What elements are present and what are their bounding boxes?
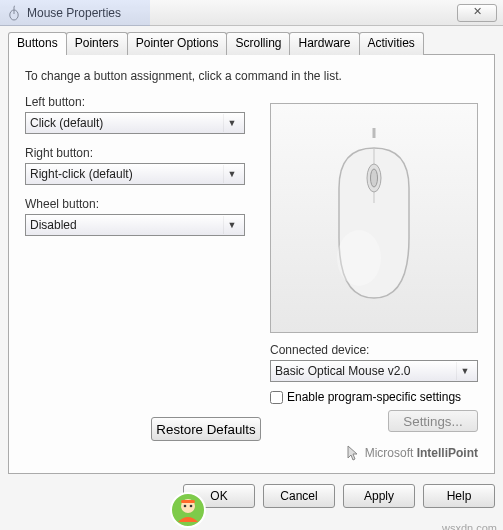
svg-point-9 [184, 505, 187, 508]
wheel-button-value: Disabled [30, 218, 223, 232]
enable-program-specific-checkbox[interactable] [270, 391, 283, 404]
mouse-preview [270, 103, 478, 333]
right-button-value: Right-click (default) [30, 167, 223, 181]
enable-program-specific-row[interactable]: Enable program-specific settings [270, 390, 478, 404]
svg-point-10 [190, 505, 193, 508]
restore-defaults-button[interactable]: Restore Defaults [151, 417, 261, 441]
right-column: Connected device: Basic Optical Mouse v2… [270, 103, 478, 432]
mouse-icon [6, 5, 22, 21]
brand-prefix: Microsoft [365, 446, 417, 460]
help-button[interactable]: Help [423, 484, 495, 508]
titlebar: Mouse Properties ✕ [0, 0, 503, 26]
connected-device-value: Basic Optical Mouse v2.0 [275, 364, 456, 378]
tab-pointer-options[interactable]: Pointer Options [127, 32, 228, 55]
right-button-dropdown[interactable]: Right-click (default) ▼ [25, 163, 245, 185]
chevron-down-icon: ▼ [223, 216, 240, 234]
chevron-down-icon: ▼ [223, 165, 240, 183]
tab-pointers[interactable]: Pointers [66, 32, 128, 55]
svg-point-4 [371, 169, 378, 187]
tab-strip: Buttons Pointers Pointer Options Scrolli… [8, 32, 495, 55]
cursor-icon [346, 445, 360, 461]
left-button-label: Left button: [25, 95, 245, 109]
connected-device-dropdown[interactable]: Basic Optical Mouse v2.0 ▼ [270, 360, 478, 382]
right-button-label: Right button: [25, 146, 245, 160]
left-button-value: Click (default) [30, 116, 223, 130]
left-column: Left button: Click (default) ▼ Right but… [25, 95, 245, 248]
apply-button[interactable]: Apply [343, 484, 415, 508]
tab-scrolling[interactable]: Scrolling [226, 32, 290, 55]
settings-button: Settings... [388, 410, 478, 432]
window-title: Mouse Properties [27, 6, 121, 20]
brand-footer: Microsoft IntelliPoint [346, 445, 478, 461]
avatar-badge [170, 492, 206, 528]
tab-hardware[interactable]: Hardware [289, 32, 359, 55]
mouse-image [314, 128, 434, 308]
brand-text: Microsoft IntelliPoint [365, 446, 478, 460]
enable-program-specific-label: Enable program-specific settings [287, 390, 461, 404]
svg-point-5 [337, 230, 381, 286]
brand-strong: IntelliPoint [417, 446, 478, 460]
chevron-down-icon: ▼ [223, 114, 240, 132]
wheel-button-label: Wheel button: [25, 197, 245, 211]
connected-device-label: Connected device: [270, 343, 478, 357]
dialog-body: Buttons Pointers Pointer Options Scrolli… [0, 26, 503, 478]
wheel-button-dropdown[interactable]: Disabled ▼ [25, 214, 245, 236]
dialog-button-row: OK Cancel Apply Help [0, 478, 503, 516]
tab-buttons[interactable]: Buttons [8, 32, 67, 55]
watermark: wsxdn.com [442, 522, 497, 530]
svg-rect-8 [181, 500, 195, 503]
instruction-text: To change a button assignment, click a c… [25, 69, 478, 83]
close-button[interactable]: ✕ [457, 4, 497, 22]
tab-panel-buttons: To change a button assignment, click a c… [8, 54, 495, 474]
left-button-dropdown[interactable]: Click (default) ▼ [25, 112, 245, 134]
chevron-down-icon: ▼ [456, 362, 473, 380]
tab-activities[interactable]: Activities [359, 32, 424, 55]
cancel-button[interactable]: Cancel [263, 484, 335, 508]
